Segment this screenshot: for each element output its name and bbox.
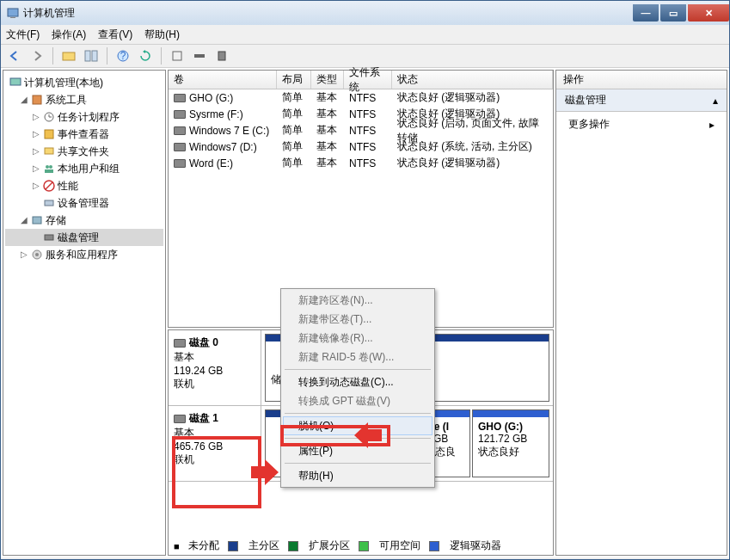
volume-fs: NTFS [344, 108, 392, 120]
maximize-button[interactable]: ▭ [660, 4, 686, 22]
ctx-help[interactable]: 帮助(H) [283, 466, 432, 485]
tree-diskmgmt[interactable]: 磁盘管理 [5, 229, 163, 246]
actions-more[interactable]: 更多操作▸ [556, 112, 727, 137]
minimize-button[interactable]: — [633, 4, 659, 22]
tree-devmgr[interactable]: 设备管理器 [5, 194, 163, 212]
help-icon[interactable]: ? [114, 47, 132, 65]
menu-action[interactable]: 操作(A) [52, 28, 86, 42]
volume-row[interactable]: Windows 7 E (C:)简单基本NTFS状态良好 (启动, 页面文件, … [169, 122, 553, 138]
menu-file[interactable]: 文件(F) [6, 28, 40, 42]
collapse-icon: ▴ [713, 95, 718, 107]
legend-extended: 扩展分区 [309, 538, 350, 553]
volume-row[interactable]: Word (E:)简单基本NTFS状态良好 (逻辑驱动器) [169, 155, 553, 171]
tools-icon [30, 93, 44, 107]
menubar: 文件(F) 操作(A) 查看(V) 帮助(H) [1, 25, 729, 44]
window-title: 计算机管理 [23, 6, 631, 21]
col-type[interactable]: 类型 [311, 71, 344, 89]
volume-layout: 简单 [277, 139, 311, 154]
tree-task[interactable]: ▷任务计划程序 [5, 108, 163, 126]
clock-icon [42, 110, 56, 124]
svg-rect-21 [45, 235, 53, 240]
volume-layout: 简单 [277, 156, 311, 170]
volume-icon [174, 143, 186, 151]
back-button[interactable] [6, 47, 23, 65]
tree-storage[interactable]: ◢存储 [5, 212, 163, 229]
perf-icon [42, 179, 56, 193]
col-fs[interactable]: 文件系统 [344, 71, 392, 89]
actions-label: 更多操作 [568, 117, 610, 132]
menu-view[interactable]: 查看(V) [98, 28, 132, 42]
close-button[interactable]: ✕ [688, 4, 729, 22]
svg-rect-4 [92, 51, 97, 61]
refresh-icon[interactable] [137, 47, 154, 65]
menu-help[interactable]: 帮助(H) [144, 28, 180, 42]
disk1-info[interactable]: 磁盘 1 基本 465.76 GB 联机 [169, 406, 261, 481]
col-volume[interactable]: 卷 [169, 71, 277, 89]
svg-rect-14 [45, 148, 53, 154]
volume-row[interactable]: GHO (G:)简单基本NTFS状态良好 (逻辑驱动器) [169, 89, 553, 106]
tree-label: 性能 [58, 177, 78, 194]
ctx-dynamic[interactable]: 转换到动态磁盘(C)... [283, 372, 432, 391]
svg-rect-19 [45, 200, 53, 206]
tree-root-label: 计算机管理(本地) [24, 74, 103, 91]
volume-fs: NTFS [344, 125, 392, 137]
col-layout[interactable]: 布局 [277, 71, 311, 89]
disk1-state: 联机 [174, 452, 255, 467]
disk0-size: 119.24 GB [174, 365, 255, 377]
volume-type: 基本 [311, 156, 344, 170]
volume-icon [174, 126, 186, 135]
disk1-partition-g[interactable]: GHO (G:) 121.72 GB 状态良好 [472, 409, 549, 477]
volume-name: Windows 7 E (C:) [189, 125, 269, 137]
chevron-right-icon: ▸ [709, 119, 715, 131]
users-icon [42, 162, 56, 175]
folder-icon[interactable] [60, 47, 77, 65]
svg-rect-17 [45, 169, 53, 173]
ctx-stripe: 新建带区卷(T)... [283, 310, 432, 329]
svg-rect-2 [63, 52, 75, 60]
forward-button[interactable] [28, 47, 46, 65]
svg-rect-20 [33, 217, 41, 224]
action-icon-1[interactable] [169, 47, 186, 65]
svg-point-23 [35, 253, 39, 256]
volume-fs: NTFS [344, 141, 392, 153]
volume-status: 状态良好 (逻辑驱动器) [392, 90, 553, 105]
svg-rect-1 [10, 17, 15, 18]
svg-rect-13 [45, 130, 53, 138]
tree-services[interactable]: ▷服务和应用程序 [5, 246, 163, 263]
volume-status: 状态良好 (系统, 活动, 主分区) [392, 139, 553, 154]
action-icon-2[interactable] [191, 47, 208, 65]
col-status[interactable]: 状态 [392, 71, 553, 89]
volume-row[interactable]: Windows7 (D:)简单基本NTFS状态良好 (系统, 活动, 主分区) [169, 138, 553, 155]
tree-label: 磁盘管理 [58, 229, 99, 246]
tree-share[interactable]: ▷共享文件夹 [5, 143, 163, 160]
volume-status: 状态良好 (逻辑驱动器) [392, 156, 553, 170]
view-icon[interactable] [83, 47, 100, 65]
ctx-span: 新建跨区卷(N)... [283, 291, 432, 310]
disk0-info[interactable]: 磁盘 0 基本 119.24 GB 联机 [169, 330, 261, 405]
volume-layout: 简单 [277, 90, 311, 105]
tree-event[interactable]: ▷事件查看器 [5, 126, 163, 143]
tree-label: 系统工具 [46, 91, 87, 108]
actions-label: 磁盘管理 [565, 93, 606, 108]
svg-rect-3 [85, 51, 90, 61]
part-status: 状态良好 [478, 445, 543, 459]
disk0-type: 基本 [174, 350, 255, 365]
window-buttons: — ▭ ✕ [631, 4, 729, 22]
actions-diskmgmt[interactable]: 磁盘管理▴ [556, 89, 727, 112]
volume-fs: NTFS [344, 157, 392, 169]
tree-label: 本地用户和组 [58, 160, 120, 177]
action-icon-3[interactable] [213, 47, 230, 65]
tree-systools[interactable]: ◢系统工具 [5, 91, 163, 108]
column-headers: 卷 布局 类型 文件系统 状态 [169, 71, 553, 89]
share-icon [42, 145, 56, 158]
part-name: GHO (G:) [478, 421, 543, 433]
services-icon [30, 248, 44, 262]
tree-perf[interactable]: ▷性能 [5, 177, 163, 194]
ctx-gpt: 转换成 GPT 磁盘(V) [283, 391, 432, 410]
ctx-offline[interactable]: 脱机(O) [283, 416, 432, 435]
part-size: 121.72 GB [478, 433, 543, 445]
ctx-prop[interactable]: 属性(P) [283, 441, 432, 460]
disk-icon [42, 231, 56, 244]
tree-users[interactable]: ▷本地用户和组 [5, 160, 163, 177]
tree-root[interactable]: 计算机管理(本地) [5, 74, 163, 91]
